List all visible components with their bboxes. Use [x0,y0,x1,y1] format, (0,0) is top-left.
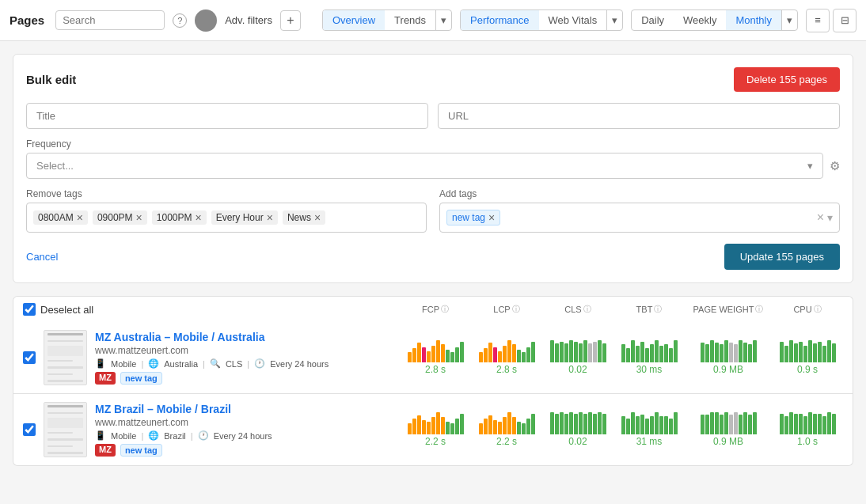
page-title: Pages [9,13,44,27]
cpu-info-icon[interactable]: ⓘ [814,304,822,315]
bulk-edit-header: Bulk edit Delete 155 pages [26,67,840,92]
metric-value-pw: 0.9 MB [713,436,743,447]
delete-button[interactable]: Delete 155 pages [734,67,840,92]
col-cls: CLS ⓘ [542,304,613,315]
tab-monthly[interactable]: Monthly [726,10,781,30]
bar-segment [560,342,564,362]
bar-segment [669,348,673,362]
view-icons: ≡ ⊟ [806,9,857,32]
bar-segment [720,344,724,362]
help-icon[interactable]: ? [173,13,187,28]
lcp-info-icon[interactable]: ⓘ [512,304,520,315]
tab-performance[interactable]: Performance [461,10,538,30]
tag-label: 1000PM [157,212,192,223]
remove-tag-icon[interactable]: × [267,212,273,223]
bar-segment [422,420,426,434]
new-tag-badge: new tag [120,444,162,457]
cls-info-icon[interactable]: ⓘ [583,304,591,315]
list-header: Deselect all FCP ⓘ LCP ⓘ CLS ⓘ TBT ⓘ [13,296,853,322]
bar-segment [743,412,747,434]
bar-segment [427,422,431,434]
bar-segment [550,412,554,434]
row-checkbox[interactable] [23,351,36,364]
clear-tags-icon[interactable]: × [817,210,824,225]
deselect-all-label: Deselect all [40,304,93,316]
remove-tag-icon[interactable]: × [195,212,201,223]
add-button[interactable]: + [280,10,301,31]
bar-segment [579,343,583,362]
time-dropdown[interactable]: ▾ [781,10,797,30]
metric-value-cpu: 1.0 s [797,436,818,447]
page-name[interactable]: MZ Brazil – Mobile / Brazil [95,403,392,415]
overview-dropdown[interactable]: ▾ [435,10,451,30]
tag-news[interactable]: News × [283,210,325,225]
fcp-info-icon[interactable]: ⓘ [441,304,449,315]
gear-icon[interactable]: ⚙ [830,159,840,173]
page-info: MZ Australia – Mobile / Australia www.ma… [95,331,392,385]
pw-info-icon[interactable]: ⓘ [755,304,763,315]
bar-segment [655,340,659,362]
bar-segment [517,350,521,362]
bar-segment [484,419,488,434]
bar-segment [507,412,511,434]
frequency-select[interactable]: Select... ▾ [26,153,823,179]
update-button[interactable]: Update 155 pages [724,244,840,270]
bar-segment [626,348,630,362]
bar-segment [564,414,568,434]
remove-tag-icon[interactable]: × [77,212,83,223]
tab-daily[interactable]: Daily [632,10,674,30]
bar-segment [734,412,738,434]
tab-trends[interactable]: Trends [385,10,435,30]
remove-tag-icon[interactable]: × [136,212,142,223]
bars-tbt [621,412,678,434]
bar-segment [422,347,426,362]
tags-chevron-icon[interactable]: ▾ [827,211,833,224]
tag-0900pm[interactable]: 0900PM × [93,210,147,225]
tbt-info-icon[interactable]: ⓘ [654,304,662,315]
bar-segment [460,414,464,434]
bars-tbt [621,340,678,362]
cancel-button[interactable]: Cancel [26,251,58,263]
bar-segment [715,343,719,362]
perf-dropdown[interactable]: ▾ [606,10,622,30]
remove-tag-icon[interactable]: × [314,212,321,223]
url-input[interactable] [438,103,840,129]
tag-1000pm[interactable]: 1000PM × [152,210,207,225]
bar-segment [450,352,454,362]
bar-segment [441,417,445,434]
row-checkbox[interactable] [23,423,36,436]
pages-list: Deselect all FCP ⓘ LCP ⓘ CLS ⓘ TBT ⓘ [13,296,853,466]
deselect-all-checkbox[interactable] [23,303,36,316]
adv-filters-link[interactable]: Adv. filters [225,14,272,26]
tag-every-hour[interactable]: Every Hour × [211,210,278,225]
bar-segment [522,423,526,434]
tab-weekly[interactable]: Weekly [674,10,726,30]
metric-tbt: 31 ms [613,412,685,447]
page-name[interactable]: MZ Australia – Mobile / Australia [95,331,392,343]
list-view-icon[interactable]: ≡ [806,9,830,32]
remove-tags-section: Remove tags 0800AM × 0900PM × 1000PM × [26,188,427,233]
bar-segment [602,343,606,362]
bar-segment [488,343,492,362]
device-label: Mobile [111,431,136,441]
metric-cpu: 0.9 s [772,340,843,375]
grid-view-icon[interactable]: ⊟ [833,9,857,32]
tab-web-vitals[interactable]: Web Vitals [539,10,607,30]
tab-overview[interactable]: Overview [323,10,385,30]
bar-segment [674,340,678,362]
bar-segment [417,343,421,362]
tag-new-tag[interactable]: new tag × [446,210,500,225]
bar-segment [550,340,554,362]
tag-0800am[interactable]: 0800AM × [33,210,88,225]
bar-segment [598,340,602,362]
search-box[interactable] [55,10,165,30]
title-url-row [26,103,840,129]
bar-segment [588,412,592,434]
metric-cls: 0.02 [542,412,613,447]
title-input[interactable] [26,103,428,129]
remove-tag-icon[interactable]: × [488,212,495,223]
page-tags: MZ new tag [95,444,392,457]
bar-segment [701,343,705,362]
bar-segment [705,415,709,434]
search-input[interactable] [63,14,158,26]
